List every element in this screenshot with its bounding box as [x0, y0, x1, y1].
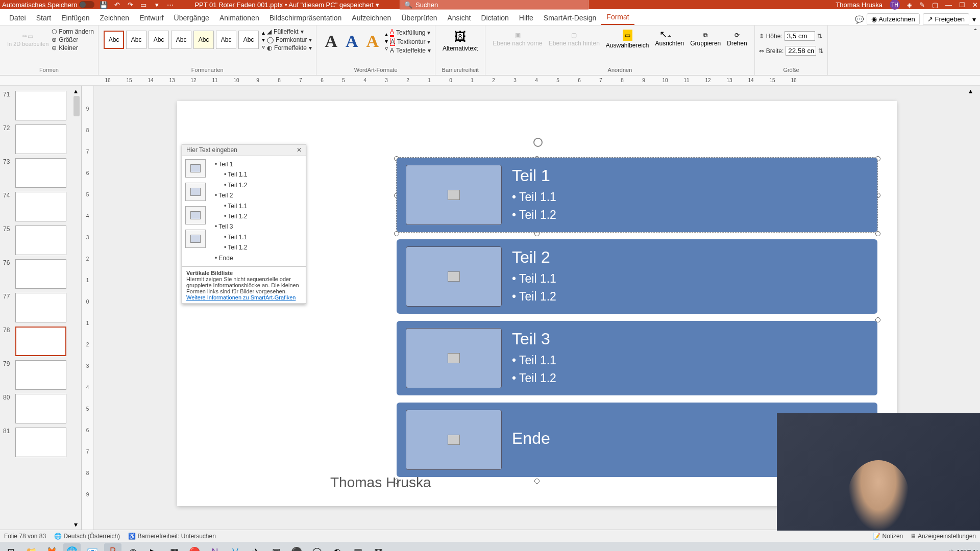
chevron-down-icon[interactable]: ▾ [972, 15, 976, 23]
stepper-icon[interactable]: ⇅ [817, 33, 822, 40]
larger-button[interactable]: ⊕Größer [52, 36, 94, 44]
user-avatar[interactable]: TH [890, 0, 900, 10]
shape-style-6[interactable]: Abc [216, 31, 236, 49]
close-icon[interactable]: ✕ [297, 146, 302, 154]
align-button[interactable]: ⫠Ausrichten [652, 28, 688, 51]
app-icon[interactable]: ◯ [308, 543, 326, 551]
tab-einfuegen[interactable]: Einfügen [56, 11, 94, 25]
outline-item[interactable]: • Teil 2 [209, 190, 247, 201]
tab-start[interactable]: Start [31, 11, 57, 25]
vlc-icon[interactable]: ▶ [145, 543, 162, 551]
stepper-icon[interactable]: ⇅ [818, 47, 823, 55]
picture-placeholder[interactable] [406, 165, 502, 225]
outline-item[interactable]: • Teil 1.1 [209, 201, 247, 211]
tab-bildschirm[interactable]: Bildschirmpräsentation [264, 11, 347, 25]
outline-item[interactable]: • Teil 1.2 [209, 242, 247, 253]
app-icon[interactable]: ◐ [329, 543, 346, 551]
tab-hilfe[interactable]: Hilfe [514, 11, 538, 25]
vscode-icon[interactable]: V [227, 543, 244, 551]
wa-up-icon[interactable]: ▴ [385, 31, 388, 38]
app-icon[interactable]: ▣ [267, 543, 285, 551]
smaller-button[interactable]: ⊖Kleiner [52, 44, 94, 52]
smartart-item[interactable]: Teil 1• Teil 1.1• Teil 1.2 [397, 158, 877, 232]
obs-icon[interactable]: ⚫ [288, 543, 305, 551]
chevron-down-icon[interactable]: ▾ [376, 1, 379, 9]
textfill-button[interactable]: ATextfüllung ▾ [390, 28, 431, 37]
smartart-item[interactable]: Teil 3• Teil 1.1• Teil 1.2 [397, 321, 877, 395]
scroll-up-icon[interactable]: ▴ [74, 87, 78, 95]
texteffects-button[interactable]: ATexteffekte ▾ [390, 46, 431, 55]
slide-thumbnail[interactable]: 75 [0, 223, 81, 257]
language[interactable]: 🌐 Deutsch (Österreich) [54, 533, 120, 540]
wa-more-icon[interactable]: ▿ [385, 45, 388, 52]
app-icon[interactable]: ▤ [349, 543, 366, 551]
shape-style-5[interactable]: Abc [193, 31, 214, 49]
shape-style-4[interactable]: Abc [171, 31, 191, 49]
thumbnails-scrollbar[interactable]: ▴ ▾ [72, 86, 81, 530]
slide-thumbnail[interactable]: 81 [0, 425, 81, 459]
app-icon[interactable]: 🔴 [186, 543, 203, 551]
tab-dictation[interactable]: Dictation [476, 11, 513, 25]
scroll-up-icon[interactable]: ▴ [969, 87, 972, 95]
tab-ansicht[interactable]: Ansicht [442, 11, 476, 25]
text-pane-thumb[interactable] [185, 159, 206, 178]
slide-thumbnail[interactable]: 76 [0, 257, 81, 291]
height-input[interactable] [785, 31, 815, 41]
slide-thumbnail[interactable]: 71 [0, 89, 81, 122]
notes-button[interactable]: 📝 Notizen [873, 533, 903, 540]
accessibility-check[interactable]: ♿ Barrierefreiheit: Untersuchen [128, 533, 216, 540]
tab-animationen[interactable]: Animationen [214, 11, 264, 25]
outline-item[interactable]: • Teil 1.2 [209, 180, 247, 190]
slide-thumbnail[interactable]: 74 [0, 190, 81, 223]
undo-icon[interactable]: ↶ [113, 1, 121, 9]
slide-thumbnail[interactable]: 80 [0, 392, 81, 425]
powerpoint-icon[interactable]: P [104, 543, 121, 551]
app-icon[interactable]: ◉ [125, 543, 142, 551]
search-box[interactable]: 🔍 Suchen [400, 0, 589, 10]
smartart-info-link[interactable]: Weitere Informationen zu SmartArt-Grafik… [186, 294, 296, 300]
tab-zeichnen[interactable]: Zeichnen [95, 11, 135, 25]
slide-thumbnail[interactable]: 77 [0, 291, 81, 324]
alttext-button[interactable]: 🖼 Alternativtext [439, 28, 481, 54]
outline-item[interactable]: • Ende [209, 253, 247, 263]
tab-aufzeichnen[interactable]: Aufzeichnen [347, 11, 396, 25]
tab-format[interactable]: Format [601, 10, 634, 25]
text-pane-outline[interactable]: • Teil 1• Teil 1.1• Teil 1.2• Teil 2• Te… [209, 159, 247, 263]
slide-thumbnail[interactable]: 72 [0, 122, 81, 156]
slideshow-icon[interactable]: ▭ [139, 1, 148, 9]
slide-thumbnail[interactable]: 78 [0, 324, 81, 358]
rotate-button[interactable]: ⟳Drehen [724, 28, 750, 51]
outline-item[interactable]: • Teil 1.1 [209, 169, 247, 180]
wordart-style-2[interactable]: A [341, 32, 362, 51]
outline-button[interactable]: ◯Formkontur ▾ [267, 36, 312, 44]
gallery-down-icon[interactable]: ▾ [262, 36, 265, 43]
qa-overflow-icon[interactable]: ⋯ [166, 1, 174, 9]
collapse-ribbon-icon[interactable]: ⌃ [973, 28, 978, 35]
user-name[interactable]: Thomas Hruska [836, 1, 883, 9]
slide-thumbnail[interactable]: 79 [0, 358, 81, 392]
scroll-down-icon[interactable]: ▾ [74, 520, 78, 529]
document-title[interactable]: PPT 01 Roter Faden 001.pptx • Auf "diese… [194, 1, 379, 9]
share-button[interactable]: ↗ Freigeben [923, 13, 969, 25]
rotation-handle[interactable] [533, 138, 543, 147]
autosave-toggle[interactable]: Automatisches Speichern [2, 1, 94, 9]
text-pane-thumb[interactable] [185, 230, 206, 248]
fill-button[interactable]: ◢Fülleffekt ▾ [267, 28, 312, 36]
tab-smartart-design[interactable]: SmartArt-Design [538, 11, 601, 25]
shape-style-2[interactable]: Abc [126, 31, 146, 49]
smartart-text-pane[interactable]: Hier Text eingeben ✕ • Teil 1• Teil 1.1•… [182, 144, 306, 304]
gallery-more-icon[interactable]: ▿ [262, 43, 265, 51]
text-pane-thumb[interactable] [185, 183, 206, 201]
minimize-icon[interactable]: — [945, 1, 952, 9]
wordart-style-1[interactable]: A [321, 32, 341, 51]
textoutline-button[interactable]: ATextkontur ▾ [390, 37, 431, 46]
slide-thumbnail[interactable]: 73 [0, 156, 81, 190]
telegram-icon[interactable]: ✈ [247, 543, 264, 551]
change-shape-button[interactable]: ⬡Form ändern [52, 28, 94, 36]
tab-uebergaenge[interactable]: Übergänge [169, 11, 214, 25]
selection-pane-button[interactable]: ▭Auswahlbereich [603, 28, 652, 51]
more-icon[interactable]: ▾ [153, 1, 161, 9]
pen-icon[interactable]: ✎ [919, 1, 925, 9]
wa-down-icon[interactable]: ▾ [385, 38, 388, 45]
slide-thumbnails[interactable]: 7172737475767778798081 ▴ ▾ [0, 86, 82, 530]
